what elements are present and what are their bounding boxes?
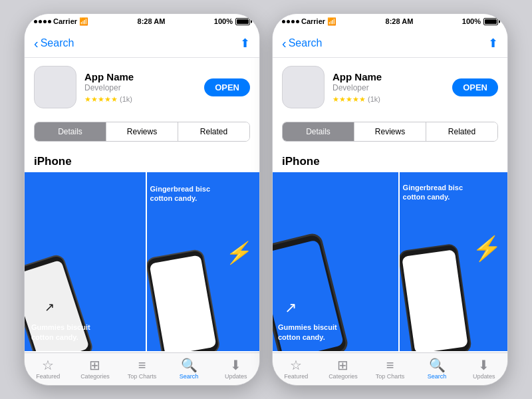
screenshots-left: ↗ Gummies biscuitcotton candy. ⚡ [25,172,259,351]
tab-featured-label-left: Featured [36,373,60,380]
status-left: Carrier 📶 [34,17,88,26]
app-name-left: App Name [84,71,196,82]
dot4 [48,20,51,23]
swirl-icon-right: ↗ [285,299,297,317]
segment-reviews-right[interactable]: Reviews [354,122,426,141]
tab-featured-left[interactable]: ☆ Featured [25,356,72,382]
app-name-right: App Name [332,71,444,82]
rating-count-right: (1k) [368,95,380,103]
tab-search-label-right: Search [428,373,447,380]
dot3r [291,20,295,23]
section-title-right: iPhone [273,148,507,172]
app-header-left: App Name Developer ★★★★★ (1k) OPEN [25,58,259,116]
tab-updates-left[interactable]: ⬇ Updates [212,356,259,382]
topcharts-icon-left: ≡ [138,358,146,372]
signal-dots-right [282,20,299,23]
status-left-right: Carrier 📶 [282,17,336,26]
screenshot-2-left[interactable]: ⚡ Gingerbread bisccotton candy. [147,172,259,351]
caption-bottom-left: Gummies biscuitcotton candy. [31,323,90,342]
nav-bar-right: ‹ Search ⬆ [273,29,507,58]
share-button-right[interactable]: ⬆ [488,36,498,51]
tab-topcharts-label-left: Top Charts [128,373,157,380]
topcharts-icon-right: ≡ [386,358,394,372]
tab-categories-label-left: Categories [80,373,110,380]
tab-topcharts-right[interactable]: ≡ Top Charts [366,356,414,382]
dot2 [39,20,42,23]
tab-featured-right[interactable]: ☆ Featured [273,356,320,382]
caption-top-right-left: Gingerbread bisccotton candy. [150,184,210,203]
tab-categories-label-right: Categories [329,373,358,380]
dot4r [296,20,299,23]
battery-fill [237,19,249,24]
dot1 [34,20,37,23]
segmented-control-right: Details Reviews Related [273,116,507,148]
screenshot-2-right[interactable]: ⚡ Gingerbread bisccotton candy. [400,172,507,351]
segmented-control-left: Details Reviews Related [25,116,259,148]
dot1r [282,20,285,23]
segment-details-left[interactable]: Details [35,122,106,141]
lightning-icon-right: ⚡ [472,235,502,263]
screenshots-right: ↗ Gummies biscuitcotton candy. ⚡ [273,172,507,351]
search-icon-tab-right: 🔍 [429,358,446,372]
chevron-left-icon: ‹ [34,37,39,50]
mock-body2 [147,249,221,351]
status-bar-right: Carrier 📶 8:28 AM 100% [273,14,507,29]
app-info-right: App Name Developer ★★★★★ (1k) [332,71,444,104]
app-header-right: App Name Developer ★★★★★ (1k) OPEN [273,58,507,116]
app-icon-right [282,66,325,108]
open-button-right[interactable]: OPEN [452,78,498,96]
segment-reviews-left[interactable]: Reviews [106,122,178,141]
phone-right: Carrier 📶 8:28 AM 100% ‹ Search ⬆ App N [272,13,508,386]
search-icon-left: 🔍 [181,358,198,372]
segment-details-right[interactable]: Details [283,122,354,141]
dot2r [287,20,290,23]
stars-left: ★★★★★ [84,95,118,103]
tab-categories-right[interactable]: ⊞ Categories [320,356,367,382]
back-button-right[interactable]: ‹ Search [282,37,322,50]
featured-icon-right: ☆ [290,358,302,372]
screenshot-1-right[interactable]: ↗ Gummies biscuitcotton candy. [273,172,400,351]
categories-icon-left: ⊞ [89,358,100,372]
battery-label-right: 100% [462,17,481,25]
segment-inner-left: Details Reviews Related [34,122,250,142]
section-title-left: iPhone [25,148,259,172]
back-label-right: Search [289,37,323,49]
battery-icon-right [483,18,498,25]
rating-count-left: (1k) [120,95,132,103]
tab-search-right[interactable]: 🔍 Search [414,356,461,382]
phone-mock-right2 [400,243,472,351]
updates-icon-right: ⬇ [478,358,489,372]
signal-dots [34,20,51,23]
tab-topcharts-left[interactable]: ≡ Top Charts [118,356,166,382]
dot3 [43,20,47,23]
open-button-left[interactable]: OPEN [204,78,250,96]
share-button-left[interactable]: ⬆ [240,36,250,51]
carrier-label-right: Carrier [301,17,325,25]
battery-label: 100% [214,17,233,25]
updates-icon-left: ⬇ [230,358,241,372]
status-right-right: 100% [462,17,498,25]
app-rating-right: ★★★★★ (1k) [332,95,444,104]
tab-categories-left[interactable]: ⊞ Categories [72,356,119,382]
tab-search-left[interactable]: 🔍 Search [166,356,213,382]
segment-inner-right: Details Reviews Related [282,122,498,142]
segment-related-left[interactable]: Related [178,122,249,141]
battery-icon [235,18,250,25]
screenshot-1-left[interactable]: ↗ Gummies biscuitcotton candy. [25,172,147,351]
content-area-left: iPhone ↗ Gummies biscuitcotton candy. [25,148,259,352]
tab-updates-label-left: Updates [225,373,247,380]
mock-right2-body [400,243,472,351]
segment-related-right[interactable]: Related [426,122,497,141]
wifi-icon: 📶 [79,17,88,26]
app-developer-left: Developer [84,83,196,92]
tab-bar-right: ☆ Featured ⊞ Categories ≡ Top Charts 🔍 S… [273,352,507,385]
phones-container: Carrier 📶 8:28 AM 100% ‹ Search ⬆ App N [11,0,521,399]
content-area-right: iPhone ↗ Gummies biscuitcotton candy. [273,148,507,352]
caption-bottom-right: Gummies biscuitcotton candy. [278,323,337,342]
tab-updates-label-right: Updates [473,373,495,380]
tab-bar-left: ☆ Featured ⊞ Categories ≡ Top Charts 🔍 S… [25,352,259,385]
back-button-left[interactable]: ‹ Search [34,37,74,50]
wifi-icon-right: 📶 [327,17,336,26]
tab-updates-right[interactable]: ⬇ Updates [460,356,507,382]
time-label-right: 8:28 AM [386,17,414,25]
